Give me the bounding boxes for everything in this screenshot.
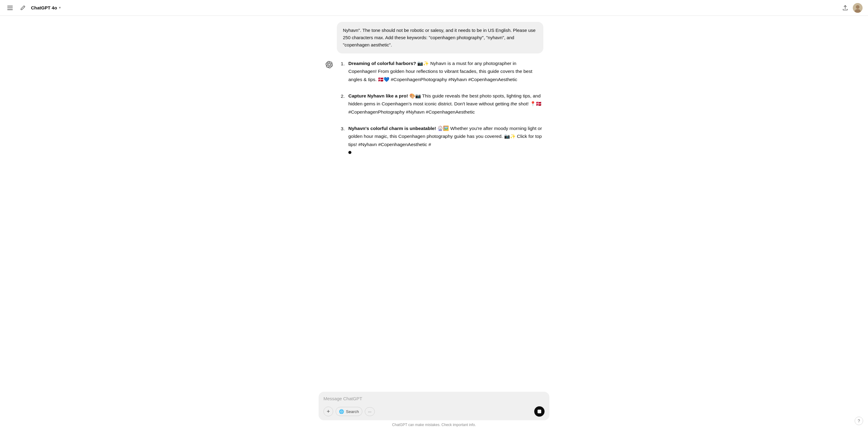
header-right — [841, 3, 863, 13]
input-bottom-left: + 🌐 Search ··· — [323, 407, 375, 416]
list-number-2: 2. — [338, 92, 345, 116]
svg-rect-0 — [7, 6, 13, 6]
globe-icon: 🌐 — [339, 409, 344, 414]
help-icon: ? — [858, 419, 860, 423]
model-selector[interactable]: ChatGPT 4o ▾ — [31, 5, 61, 10]
assistant-avatar — [325, 60, 334, 69]
svg-rect-1 — [7, 8, 13, 8]
stop-generation-button[interactable] — [534, 406, 545, 417]
assistant-message: 1. Dreaming of colorful harbors? 📷✨ Nyha… — [325, 60, 543, 165]
svg-rect-2 — [7, 9, 13, 10]
list-text-1: Dreaming of colorful harbors? 📷✨ Nyhavn … — [348, 60, 543, 84]
disclaimer-text: ChatGPT can make mistakes. Check importa… — [392, 420, 476, 430]
list-text-2: Capture Nyhavn like a pro! 🎨📷 This guide… — [348, 92, 543, 116]
message-input[interactable] — [323, 395, 545, 403]
sidebar-icon — [7, 6, 13, 10]
stop-icon — [537, 410, 541, 413]
more-options-button[interactable]: ··· — [365, 407, 375, 416]
chat-content: Nyhavn". The tone should not be robotic … — [318, 22, 550, 165]
response-list: 1. Dreaming of colorful harbors? 📷✨ Nyha… — [338, 60, 543, 156]
svg-point-4 — [856, 5, 860, 9]
upload-icon — [842, 5, 848, 11]
search-button[interactable]: 🌐 Search — [336, 407, 362, 416]
more-icon: ··· — [368, 409, 371, 414]
loading-indicator — [348, 151, 351, 154]
list-item: 3. Nyhavn's colorful charm is unbeatable… — [338, 124, 543, 156]
input-box: + 🌐 Search ··· — [318, 392, 550, 420]
edit-icon — [20, 5, 26, 11]
search-label: Search — [346, 409, 359, 414]
assistant-content: 1. Dreaming of colorful harbors? 📷✨ Nyha… — [338, 60, 543, 165]
input-bottom-row: + 🌐 Search ··· — [323, 406, 545, 417]
list-number-1: 1. — [338, 60, 345, 84]
model-title: ChatGPT 4o — [31, 5, 57, 10]
add-attachment-button[interactable]: + — [323, 407, 333, 416]
new-chat-button[interactable] — [18, 3, 27, 12]
share-button[interactable] — [841, 3, 850, 12]
user-avatar-image — [853, 3, 863, 13]
list-number-3: 3. — [338, 124, 345, 156]
avatar[interactable] — [853, 3, 863, 13]
list-text-3: Nyhavn's colorful charm is unbeatable! 🎡… — [348, 124, 543, 156]
header-left: ChatGPT 4o ▾ — [5, 3, 61, 12]
app-header: ChatGPT 4o ▾ — [0, 0, 868, 16]
sidebar-toggle-button[interactable] — [5, 4, 14, 12]
chat-area: Nyhavn". The tone should not be robotic … — [0, 16, 868, 389]
list-item: 2. Capture Nyhavn like a pro! 🎨📷 This gu… — [338, 92, 543, 116]
input-area: + 🌐 Search ··· ChatGPT can make mistakes… — [0, 389, 868, 430]
chevron-down-icon: ▾ — [59, 6, 61, 10]
user-message-partial: Nyhavn". The tone should not be robotic … — [337, 22, 543, 54]
list-item: 1. Dreaming of colorful harbors? 📷✨ Nyha… — [338, 60, 543, 84]
chatgpt-logo-icon — [326, 61, 333, 68]
user-message-text: Nyhavn". The tone should not be robotic … — [343, 28, 535, 48]
help-button[interactable]: ? — [855, 417, 863, 425]
